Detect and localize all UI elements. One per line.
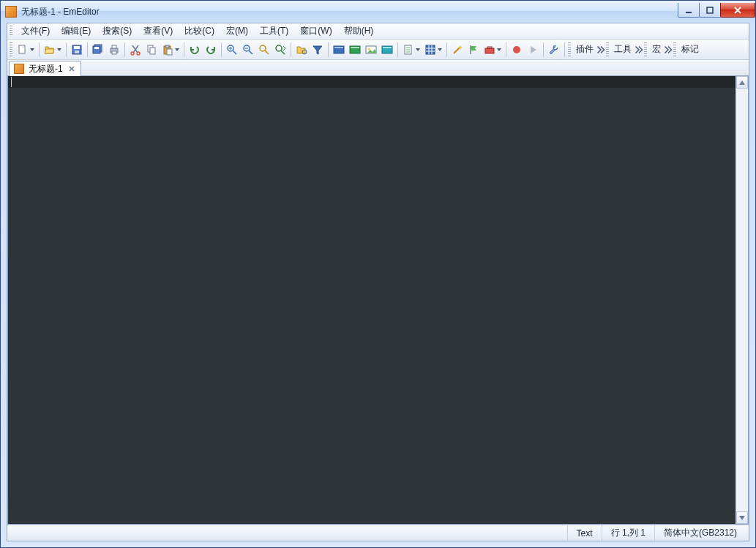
record-button[interactable]	[509, 42, 525, 58]
menubar-grip[interactable]	[10, 26, 12, 37]
menu-help[interactable]: 帮助(H)	[338, 23, 380, 39]
panel-3-button[interactable]	[363, 42, 379, 58]
panel-1-button[interactable]	[331, 42, 347, 58]
text-caret	[11, 77, 12, 87]
panel-2-button[interactable]	[347, 42, 363, 58]
copy-button[interactable]	[143, 42, 160, 58]
cut-button[interactable]	[127, 42, 143, 58]
minimize-button[interactable]	[678, 3, 700, 18]
find-next-icon	[274, 44, 286, 56]
toolbar-grip[interactable]	[568, 42, 571, 57]
close-icon	[733, 6, 742, 15]
app-icon	[5, 6, 17, 18]
menu-edit[interactable]: 编辑(E)	[56, 23, 97, 39]
close-button[interactable]	[720, 3, 755, 18]
panel-image-icon	[365, 44, 377, 56]
find-next-button[interactable]	[272, 42, 288, 58]
menu-view[interactable]: 查看(V)	[138, 23, 179, 39]
svg-line-24	[249, 50, 252, 54]
panel-teal-icon	[381, 44, 393, 56]
chevrons-icon[interactable]	[596, 42, 605, 58]
toolbar-separator	[291, 42, 291, 57]
find-button[interactable]	[256, 42, 272, 58]
svg-point-36	[368, 48, 370, 50]
document-tab[interactable]: 无标题-1	[9, 61, 81, 76]
scroll-down-button[interactable]	[736, 511, 748, 524]
filter-button[interactable]	[310, 42, 326, 58]
panel-4-button[interactable]	[379, 42, 395, 58]
menu-search[interactable]: 搜索(S)	[97, 23, 138, 39]
menu-compare[interactable]: 比较(C)	[179, 23, 220, 39]
paste-icon	[162, 44, 173, 56]
save-all-button[interactable]	[90, 42, 106, 58]
zoom-out-icon	[242, 44, 254, 56]
status-position[interactable]: 行 1,列 1	[602, 525, 654, 541]
undo-icon	[189, 44, 201, 56]
wand-button[interactable]	[449, 42, 465, 58]
svg-rect-2	[19, 45, 25, 53]
toolbox-button[interactable]	[482, 42, 504, 58]
toolbar-grip[interactable]	[673, 42, 676, 57]
chevrons-icon[interactable]	[635, 42, 643, 58]
menu-file[interactable]: 文件(F)	[15, 23, 56, 39]
menu-tools[interactable]: 工具(T)	[254, 23, 294, 39]
chevrons-icon[interactable]	[664, 42, 673, 58]
dropdown-icon[interactable]	[414, 42, 422, 58]
flag-icon	[468, 44, 479, 56]
zoom-in-icon	[226, 44, 238, 56]
dropdown-icon[interactable]	[56, 42, 63, 58]
svg-rect-5	[75, 50, 79, 53]
dropdown-icon[interactable]	[173, 42, 181, 58]
scrollbar-track[interactable]	[736, 89, 748, 511]
redo-button[interactable]	[203, 42, 219, 58]
app-window: 无标题-1 - EmEditor 文件(F) 编辑(E) 搜索(S) 查看(V)…	[0, 0, 756, 548]
statusbar: Text 行 1,列 1 简体中文(GB2312)	[7, 525, 749, 541]
dropdown-icon[interactable]	[495, 42, 503, 58]
text-editor[interactable]	[8, 76, 736, 524]
status-mode[interactable]: Text	[567, 525, 602, 541]
zoom-out-button[interactable]	[240, 42, 256, 58]
svg-rect-32	[334, 47, 343, 48]
toolbar-grip[interactable]	[644, 42, 647, 57]
toolbar-grip[interactable]	[606, 42, 609, 57]
toolbar-label-tools[interactable]: 工具	[611, 43, 635, 56]
grid-button[interactable]	[422, 42, 444, 58]
menu-window[interactable]: 窗口(W)	[294, 23, 337, 39]
scroll-up-button[interactable]	[736, 76, 748, 89]
toolbar-separator	[124, 42, 125, 57]
paste-button[interactable]	[160, 42, 181, 58]
vertical-scrollbar[interactable]	[736, 76, 748, 524]
dropdown-icon[interactable]	[436, 42, 444, 58]
wand-icon	[452, 44, 463, 56]
toolbar-separator	[39, 42, 40, 57]
panel-green-icon	[349, 44, 361, 56]
toolbar-label-marks[interactable]: 标记	[678, 43, 702, 56]
dropdown-icon[interactable]	[29, 42, 36, 58]
print-button[interactable]	[106, 42, 122, 58]
explorer-button[interactable]	[293, 42, 310, 58]
undo-button[interactable]	[187, 42, 203, 58]
open-button[interactable]	[42, 42, 64, 58]
titlebar: 无标题-1 - EmEditor	[1, 1, 755, 23]
toolbar-label-macro[interactable]: 宏	[649, 43, 664, 56]
save-button[interactable]	[69, 42, 85, 58]
wrench-button[interactable]	[546, 42, 562, 58]
status-encoding[interactable]: 简体中文(GB2312)	[654, 525, 746, 541]
toolbar-grip[interactable]	[10, 42, 12, 57]
document-button[interactable]	[400, 42, 422, 58]
svg-rect-51	[487, 47, 492, 48]
svg-rect-17	[165, 45, 169, 48]
svg-rect-10	[112, 45, 116, 48]
menu-macro[interactable]: 宏(M)	[220, 23, 254, 39]
tab-close-button[interactable]	[67, 64, 76, 73]
open-folder-icon	[44, 44, 56, 56]
toolbar-label-plugins[interactable]: 插件	[573, 43, 596, 56]
svg-rect-18	[167, 49, 172, 55]
new-file-button[interactable]	[15, 42, 37, 58]
flag-button[interactable]	[465, 42, 482, 58]
svg-rect-34	[351, 47, 359, 48]
play-button[interactable]	[525, 42, 541, 58]
maximize-button[interactable]	[699, 3, 721, 18]
save-all-icon	[92, 44, 104, 56]
zoom-in-button[interactable]	[224, 42, 240, 58]
